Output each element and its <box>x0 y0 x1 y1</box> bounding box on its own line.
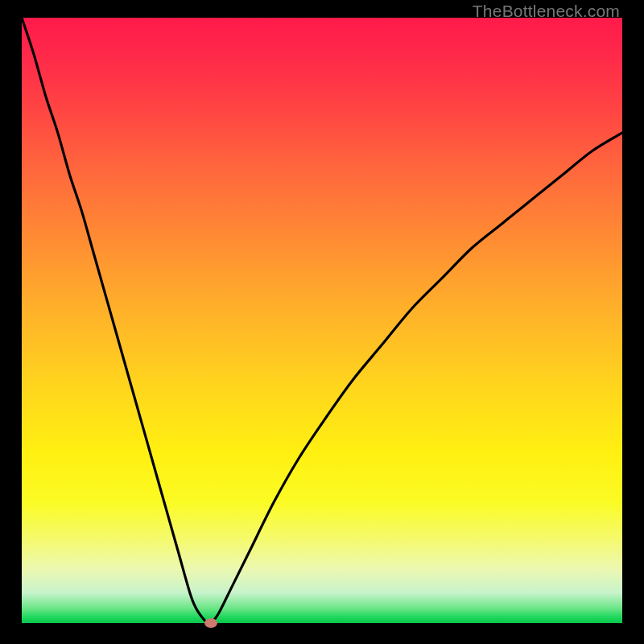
curve-path <box>22 18 622 623</box>
chart-frame: TheBottleneck.com <box>0 0 644 644</box>
bottleneck-curve <box>22 18 622 623</box>
optimal-point-marker <box>204 618 217 628</box>
